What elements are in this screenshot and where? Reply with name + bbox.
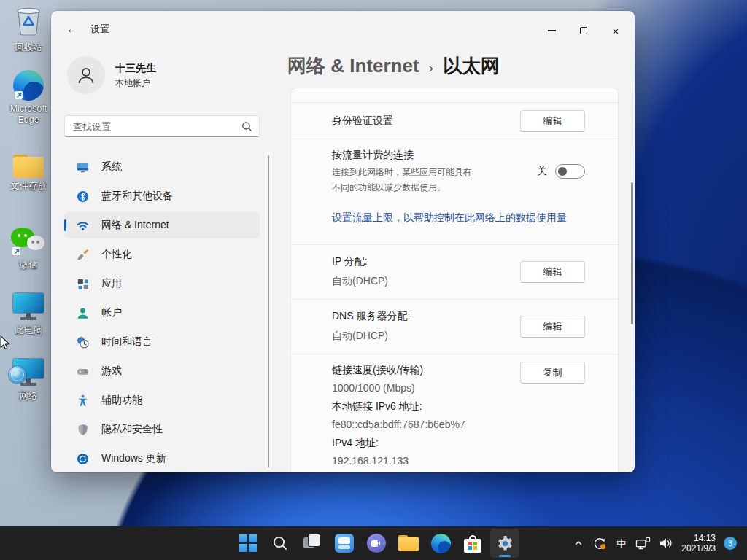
dns-edit-button[interactable]: 编辑: [520, 316, 585, 338]
auth-edit-button[interactable]: 编辑: [520, 110, 585, 132]
bluetooth-icon: [76, 190, 90, 203]
edge-icon: [431, 534, 451, 553]
folder-icon: [13, 155, 44, 178]
notification-badge[interactable]: 3: [724, 537, 737, 550]
store-button[interactable]: [458, 529, 487, 558]
task-view-button[interactable]: [298, 529, 327, 558]
minimize-button[interactable]: [535, 20, 568, 42]
widgets-button[interactable]: [330, 529, 359, 558]
dns-assignment-value: 自动(DHCP): [332, 330, 388, 343]
ethernet-network-icon[interactable]: [635, 537, 651, 551]
volume-icon[interactable]: [659, 537, 673, 550]
back-icon: ←: [66, 23, 78, 36]
ipv6-address-label: 本地链接 IPv6 地址:: [332, 397, 618, 416]
edge-icon: [13, 70, 44, 101]
sidebar-item-label: 帐户: [101, 306, 122, 319]
active-app-indicator: [499, 555, 511, 557]
close-button[interactable]: ×: [600, 20, 632, 42]
edge-button[interactable]: [426, 529, 455, 558]
maximize-button[interactable]: [568, 20, 600, 42]
sidebar-item-network-internet[interactable]: 网络 & Internet: [64, 212, 260, 238]
chat-button[interactable]: [362, 529, 391, 558]
clock-language-icon: [76, 335, 90, 349]
tray-chevron-up-icon[interactable]: [573, 538, 584, 548]
connection-details-row: 链接速度(接收/传输): 1000/1000 (Mbps) 本地链接 IPv6 …: [291, 354, 618, 472]
sidebar-item-label: 应用: [101, 277, 122, 290]
taskbar: 中 14:13 2021/9/3 3: [0, 526, 747, 560]
metered-title: 按流量计费的连接: [332, 149, 414, 162]
ip-edit-button[interactable]: 编辑: [520, 261, 585, 283]
game-controller-icon: [76, 365, 90, 378]
sidebar-item-system[interactable]: 系统: [64, 154, 260, 180]
titlebar[interactable]: ← 设置 ×: [51, 11, 635, 46]
desktop-icon-recycle-bin[interactable]: 回收站: [0, 4, 57, 53]
desktop-icon-label: 回收站: [15, 42, 42, 53]
sidebar-item-windows-update[interactable]: Windows 更新: [64, 446, 260, 472]
back-button[interactable]: ←: [61, 20, 83, 39]
settings-button[interactable]: [490, 529, 519, 558]
settings-window: ← 设置 × 十三先生 本地帐户 系统: [51, 11, 635, 472]
tray-clock[interactable]: 14:13 2021/9/3: [681, 533, 716, 554]
wechat-icon: [11, 228, 46, 257]
person-icon: [75, 64, 97, 86]
sidebar-item-personalization[interactable]: 个性化: [64, 241, 260, 268]
sidebar-item-accounts[interactable]: 帐户: [64, 300, 260, 326]
taskbar-search-button[interactable]: [266, 529, 295, 558]
ipv4-address-label: IPv4 地址:: [332, 434, 618, 452]
metered-toggle[interactable]: [555, 164, 585, 179]
metered-connection-row: 按流量计费的连接 连接到此网络时，某些应用可能具有不同的功能以减少数据使用。 关…: [291, 139, 618, 245]
wifi-icon: [76, 219, 90, 233]
sidebar-item-label: 网络 & Internet: [101, 219, 169, 232]
desktop-icon-folder[interactable]: 文件存放: [0, 155, 57, 192]
desktop-icon-network[interactable]: 网络: [0, 359, 57, 402]
gear-icon: [496, 534, 514, 553]
sidebar-scrollbar[interactable]: [268, 155, 269, 467]
start-button[interactable]: [233, 529, 263, 558]
sidebar-item-apps[interactable]: 应用: [64, 271, 260, 297]
search-box[interactable]: [64, 115, 260, 137]
breadcrumb-parent[interactable]: 网络 & Internet: [287, 53, 419, 79]
close-icon: ×: [613, 25, 619, 37]
search-icon: [241, 121, 252, 135]
sidebar-item-time-language[interactable]: 时间和语言: [64, 329, 260, 355]
user-name: 十三先生: [115, 62, 156, 75]
ime-indicator[interactable]: 中: [615, 539, 627, 548]
content-scrollbar[interactable]: [631, 182, 633, 324]
tray-sync-update-icon[interactable]: [592, 536, 607, 551]
sidebar-item-gaming[interactable]: 游戏: [64, 358, 260, 384]
dns-assignment-label: DNS 服务器分配:: [332, 310, 410, 323]
auth-settings-row: 身份验证设置 编辑: [291, 103, 618, 139]
avatar[interactable]: [67, 56, 105, 94]
sidebar-item-bluetooth-devices[interactable]: 蓝牙和其他设备: [64, 183, 260, 209]
desktop: { "desktop": { "icons": [ { "label": "回收…: [0, 0, 747, 560]
copy-button[interactable]: 复制: [520, 362, 585, 384]
file-explorer-icon: [398, 535, 419, 551]
accessibility-person-icon: [76, 394, 90, 408]
sidebar-item-accessibility[interactable]: 辅助功能: [64, 387, 260, 413]
ip-assignment-value: 自动(DHCP): [332, 275, 388, 288]
auth-settings-label: 身份验证设置: [332, 114, 393, 128]
metered-description: 连接到此网络时，某些应用可能具有不同的功能以减少数据使用。: [332, 165, 478, 195]
shortcut-arrow-icon: [12, 247, 20, 255]
sidebar-item-label: 系统: [101, 160, 122, 174]
store-bag-icon: [464, 539, 481, 553]
tray-date: 2021/9/3: [681, 543, 716, 554]
desktop-icon-edge[interactable]: Microsoft Edge: [0, 70, 57, 125]
ipv4-address-value: 192.168.121.133: [332, 452, 618, 470]
ip-assignment-label: IP 分配:: [332, 255, 368, 268]
data-limit-link[interactable]: 设置流量上限，以帮助控制在此网络上的数据使用量: [332, 211, 567, 225]
search-icon: [271, 534, 289, 552]
account-person-icon: [76, 306, 90, 320]
file-explorer-button[interactable]: [394, 529, 423, 558]
windows-logo-icon: [239, 534, 257, 552]
sidebar-item-privacy-security[interactable]: 隐私和安全性: [64, 416, 260, 443]
ip-assignment-row: IP 分配: 自动(DHCP) 编辑: [291, 245, 618, 300]
tray-time: 14:13: [681, 533, 716, 544]
page-title: 以太网: [443, 53, 500, 79]
chat-camera-icon: [367, 534, 386, 553]
search-input[interactable]: [65, 116, 259, 136]
apps-grid-icon: [76, 277, 90, 291]
desktop-icon-this-pc[interactable]: 此电脑: [0, 293, 57, 336]
toggle-knob: [558, 167, 567, 176]
desktop-icon-wechat[interactable]: 微信: [0, 228, 57, 271]
